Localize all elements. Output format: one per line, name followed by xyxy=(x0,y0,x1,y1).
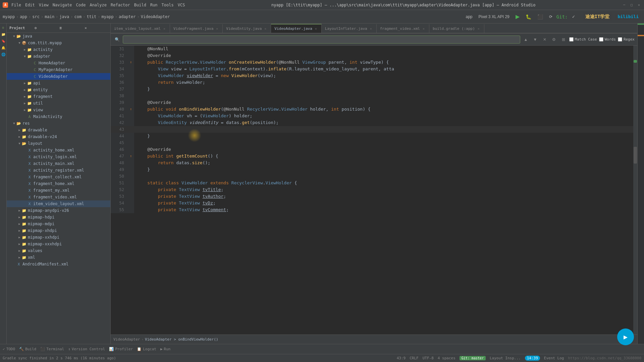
menu-build[interactable]: Build xyxy=(134,3,146,7)
search-clear-btn[interactable]: ✕ xyxy=(541,36,548,43)
bc-app[interactable]: app xyxy=(20,14,27,19)
tree-homeadapter[interactable]: C HomeAdapter xyxy=(7,60,110,66)
tree-com-ttit-myapp[interactable]: ▼ 📦 com.ttit.myapp xyxy=(7,40,110,46)
tree-xml[interactable]: ▶ 📁 xml xyxy=(7,254,110,261)
bc-myapp[interactable]: myapp xyxy=(3,14,15,19)
menu-vcs[interactable]: VCS xyxy=(178,3,185,7)
tab-videoentity[interactable]: VideoEntity.java ✕ xyxy=(223,24,271,33)
bc-myapp2[interactable]: myapp xyxy=(102,14,114,19)
words-checkbox[interactable] xyxy=(599,37,603,42)
event-log-btn[interactable]: Event Log xyxy=(544,356,564,360)
terminal-btn[interactable]: ⬛ Terminal xyxy=(40,347,64,351)
tab-videofragment[interactable]: VideoFragment.java ✕ xyxy=(170,24,223,33)
tree-fragment-home[interactable]: X fragment_home.xml xyxy=(7,180,110,187)
tree-activity[interactable]: ▶ 📁 activity xyxy=(7,46,110,53)
sidebar-collapse-icon[interactable]: ≡ xyxy=(60,26,83,30)
scrollbar-thumb[interactable] xyxy=(634,147,637,164)
explorer-icon[interactable]: 🌐 xyxy=(1,52,6,57)
logcat-btn[interactable]: 📋 Logcat xyxy=(137,347,156,351)
bookmark-icon[interactable]: 🔖 xyxy=(1,38,6,44)
tree-values[interactable]: ▶ 📁 values xyxy=(7,247,110,254)
run-btn[interactable]: ▶ xyxy=(514,12,522,21)
todo-btn[interactable]: ✓ TODO xyxy=(3,347,15,351)
tree-api[interactable]: ▶ 📁 api xyxy=(7,80,110,86)
menu-file[interactable]: File xyxy=(11,3,21,7)
bilibili-icon[interactable]: ▶ xyxy=(617,328,634,345)
tree-mipmap-hdpi[interactable]: ▶ 📁 mipmap-hdpi xyxy=(7,214,110,221)
debug-btn[interactable]: 🐛 xyxy=(524,12,533,21)
menu-refactor[interactable]: Refactor xyxy=(111,3,130,7)
tree-res[interactable]: ▼ 📂 res xyxy=(7,120,110,127)
project-icon[interactable]: 📁 xyxy=(1,32,6,37)
tree-mipmap-mdpi[interactable]: ▶ 📁 mipmap-mdpi xyxy=(7,221,110,227)
tree-layout[interactable]: ▼ 📂 layout xyxy=(7,140,110,147)
tab-item-video-layout[interactable]: item_video_layout.xml ✕ xyxy=(111,24,170,33)
tree-drawable-v24[interactable]: ▶ 📁 drawable-v24 xyxy=(7,133,110,140)
close-btn[interactable]: ✕ xyxy=(637,3,641,7)
bc-adapter[interactable]: adapter xyxy=(119,14,136,19)
code-editor[interactable]: 31 @NonNull 32 @Override 33 ↑ public Rec… xyxy=(111,46,637,335)
menu-analyze[interactable]: Analyze xyxy=(90,3,107,7)
close-tab-build-gradle[interactable]: ✕ xyxy=(477,27,481,31)
tree-mipmap-xxxhdpi[interactable]: ▶ 📁 mipmap-xxxhdpi xyxy=(7,241,110,247)
tree-item-video-layout[interactable]: X item_video_layout.xml xyxy=(7,200,110,207)
menu-tools[interactable]: Tools xyxy=(162,3,174,7)
device-btn[interactable]: Pixel 3 XL API 29 xyxy=(477,12,512,21)
layout-insp-btn[interactable]: Layout Insp... xyxy=(490,356,521,360)
run-config-btn[interactable]: app xyxy=(464,12,474,21)
close-tab-item-video-layout[interactable]: ✕ xyxy=(162,27,166,31)
menu-navigate[interactable]: Navigate xyxy=(53,3,72,7)
menu-run[interactable]: Run xyxy=(150,3,158,7)
sidebar-settings-icon[interactable]: ⚙ xyxy=(35,26,58,30)
tab-layoutinflater[interactable]: LayoutInflater.java ✕ xyxy=(322,24,377,33)
tree-fragment-my[interactable]: X fragment_my.xml xyxy=(7,187,110,194)
close-tab-videoadapter[interactable]: ✕ xyxy=(314,27,318,31)
tree-util[interactable]: ▶ 📁 util xyxy=(7,100,110,107)
search-options-btn[interactable]: ⊞ xyxy=(560,36,567,43)
close-tab-layoutinflater[interactable]: ✕ xyxy=(369,27,373,31)
build-btn[interactable]: 🔨 Build xyxy=(19,347,36,351)
tree-drawable[interactable]: ▶ 📁 drawable xyxy=(7,127,110,133)
tree-activity-register[interactable]: X activity_register.xml xyxy=(7,167,110,174)
tree-mipmap-xxhdpi[interactable]: ▶ 📁 mipmap-xxhdpi xyxy=(7,234,110,241)
tree-activity-main[interactable]: X activity_main.xml xyxy=(7,160,110,167)
bc-ttit[interactable]: ttit xyxy=(87,14,96,19)
tree-activity-login[interactable]: X activity_login.xml xyxy=(7,154,110,160)
maximize-btn[interactable]: □ xyxy=(629,3,634,7)
bc-main[interactable]: main xyxy=(45,14,54,19)
menu-edit[interactable]: Edit xyxy=(25,3,35,7)
notification-icon[interactable]: 🔔 xyxy=(1,45,6,50)
sidebar-close-icon[interactable]: ✕ xyxy=(85,26,108,30)
version-control-btn[interactable]: ↕ Version Control xyxy=(68,347,105,351)
tree-view[interactable]: ▶ 📁 view xyxy=(7,107,110,113)
tree-androidmanifest[interactable]: X AndroidManifest.xml xyxy=(7,261,110,267)
minimize-btn[interactable]: ─ xyxy=(622,3,627,7)
sync-btn[interactable]: ⟳ xyxy=(547,12,554,21)
tab-fragment-video[interactable]: fragment_video.xml ✕ xyxy=(377,24,429,33)
tree-mainactivity[interactable]: A MainActivity xyxy=(7,113,110,120)
profiler-btn[interactable]: 📊 Profiler xyxy=(109,347,133,351)
tree-videoadapter[interactable]: C VideoAdapter xyxy=(7,73,110,80)
close-tab-fragment-video[interactable]: ✕ xyxy=(422,27,426,31)
regex-checkbox[interactable] xyxy=(618,37,622,42)
tree-mipmap-anydpi[interactable]: ▶ 📁 mipmap-anydpi-v26 xyxy=(7,207,110,214)
window-controls[interactable]: ─ □ ✕ xyxy=(622,3,641,7)
run-bottom-btn[interactable]: ▶ Run xyxy=(160,347,171,351)
structure-icon[interactable]: ⚙ xyxy=(1,25,6,30)
bc-java[interactable]: java xyxy=(59,14,69,19)
search-up-btn[interactable]: ▲ xyxy=(522,36,530,43)
tree-mypageradapter[interactable]: C MyPagerAdapter xyxy=(7,66,110,73)
close-tab-videoentity[interactable]: ✕ xyxy=(263,27,267,31)
tree-fragment[interactable]: ▶ 📁 fragment xyxy=(7,93,110,100)
tree-activity-home[interactable]: X activity_home.xml xyxy=(7,147,110,154)
tree-mipmap-xhdpi[interactable]: ▶ 📁 mipmap-xhdpi xyxy=(7,227,110,234)
bc-com[interactable]: com xyxy=(74,14,82,19)
tree-fragment-video[interactable]: X fragment_video.xml xyxy=(7,194,110,200)
search-icon[interactable]: 🔍 xyxy=(113,36,121,43)
menu-view[interactable]: View xyxy=(39,3,49,7)
tree-fragment-collect[interactable]: X fragment_collect.xml xyxy=(7,174,110,180)
menu-code[interactable]: Code xyxy=(76,3,86,7)
match-case-checkbox[interactable] xyxy=(569,37,574,42)
git-btn[interactable]: ✓ xyxy=(570,12,577,21)
tree-adapter[interactable]: ▼ 📁 adapter xyxy=(7,53,110,60)
